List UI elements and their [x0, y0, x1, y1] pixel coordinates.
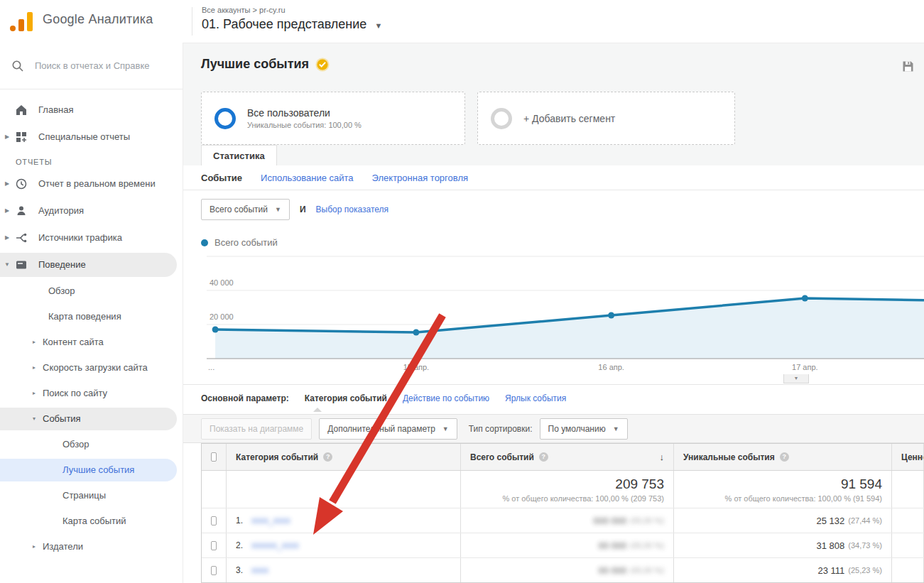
sidebar-item-events-flow[interactable]: Карта событий	[0, 510, 183, 533]
redacted-total-pct: (00,00 %)	[630, 516, 664, 525]
search-bar	[0, 43, 183, 89]
secondary-dimension-dropdown[interactable]: Дополнительный параметр ▼	[319, 418, 457, 440]
dimension-event-action[interactable]: Действие по событию	[403, 393, 489, 403]
sidebar-item-behavior-overview[interactable]: Обзор	[0, 280, 183, 303]
behavior-icon	[14, 258, 28, 271]
sidebar-nav: Главная ▶ Специальные отчеты ОТЧЕТЫ ▶	[0, 89, 183, 558]
subtab-event[interactable]: Событие	[201, 173, 242, 183]
svg-text:20 000: 20 000	[210, 312, 234, 321]
events-line-chart[interactable]: 20 00040 00060 000...15 апр.16 апр.17 ап…	[207, 252, 924, 373]
search-input[interactable]	[35, 60, 166, 71]
dimension-event-label[interactable]: Ярлык события	[505, 393, 566, 403]
sidebar-item-site-search[interactable]: ▸ Поиск по сайту	[0, 382, 183, 405]
sidebar-item-behavior[interactable]: ▼ Поведение	[0, 253, 177, 277]
main-content: Лучшие события Все пользователи Уникальн…	[183, 43, 924, 583]
segment-ring-icon	[214, 108, 236, 129]
select-all-checkbox[interactable]	[211, 452, 217, 462]
axis-granularity-toggle[interactable]: ▼	[783, 374, 809, 383]
sidebar-item-events[interactable]: ▾ События	[0, 408, 177, 430]
search-icon	[11, 60, 24, 72]
sidebar-item-realtime[interactable]: ▶ Отчет в реальном времени	[0, 172, 183, 196]
column-header-total-events[interactable]: Всего событий ? ↓	[461, 444, 674, 470]
events-table: Категория событий ? Всего событий ? ↓ Ун…	[201, 443, 924, 583]
report-header-band: Лучшие события Все пользователи Уникальн…	[183, 43, 924, 165]
dimension-event-category[interactable]: Категория событий	[305, 393, 387, 403]
chevron-down-icon: ▼	[374, 21, 382, 30]
chevron-right-icon: ▸	[33, 541, 43, 552]
sidebar-item-pages[interactable]: Страницы	[0, 484, 183, 507]
column-header-unique-events[interactable]: Уникальные события ?	[674, 444, 892, 470]
sort-type-dropdown[interactable]: По умолчанию ▼	[540, 418, 628, 440]
breadcrumb[interactable]: Все аккаунты > pr-cy.ru	[202, 6, 286, 14]
svg-text:15 апр.: 15 апр.	[403, 363, 430, 371]
sidebar-item-home[interactable]: Главная	[0, 98, 183, 122]
unique-events-pct: (34,73 %)	[848, 541, 882, 550]
summary-unique-events: 91 594 % от общего количества: 100,00 % …	[674, 471, 892, 508]
add-segment-card[interactable]: + Добавить сегмент	[477, 92, 735, 145]
home-icon	[14, 104, 28, 116]
help-icon[interactable]: ?	[780, 452, 789, 462]
redacted-total-value: 00 000	[599, 540, 627, 551]
redacted-category-link[interactable]: xxxx_xxxx	[251, 516, 290, 525]
chevron-down-icon: ▼	[442, 425, 449, 432]
chevron-down-icon: ▼	[275, 206, 281, 213]
sidebar-item-site-speed[interactable]: ▸ Скорость загрузки сайта	[0, 356, 183, 379]
redacted-category-link[interactable]: xxxxxx_xxxx	[251, 540, 299, 550]
metric-selector-row: Всего событий ▼ И Выбор показателя	[201, 199, 388, 220]
summary-total-events: 209 753 % от общего количества: 100,00 %…	[461, 471, 674, 508]
chart-bottom-separator	[183, 384, 924, 385]
redacted-total-pct: (00,00 %)	[630, 541, 664, 550]
clock-icon	[14, 178, 28, 190]
row-checkbox[interactable]	[211, 541, 217, 550]
sidebar-section-reports: ОТЧЕТЫ	[0, 152, 183, 170]
svg-text:60 000: 60 000	[210, 252, 234, 253]
segment-ring-empty-icon	[491, 108, 512, 129]
logo-bar-mid	[18, 19, 24, 31]
plot-rows-button: Показать на диаграмме	[201, 418, 312, 440]
redacted-total-value: 000 000	[593, 516, 626, 526]
sidebar-item-site-content[interactable]: ▸ Контент сайта	[0, 331, 183, 354]
view-title: 01. Рабочее представление	[202, 17, 366, 31]
unique-events-pct: (27,44 %)	[848, 516, 882, 525]
row-checkbox[interactable]	[211, 516, 217, 525]
svg-text:...: ...	[208, 363, 214, 371]
primary-dimension-label: Основной параметр:	[201, 393, 289, 403]
tab-explorer[interactable]: Статистика	[201, 145, 277, 165]
customization-icon	[14, 131, 28, 143]
sidebar-item-customization[interactable]: ▶ Специальные отчеты	[0, 125, 183, 149]
segment-title: Все пользователи	[247, 107, 362, 119]
help-icon[interactable]: ?	[323, 452, 332, 462]
google-analytics-logo-icon[interactable]	[10, 10, 33, 31]
person-icon	[14, 205, 28, 217]
save-icon[interactable]	[902, 60, 914, 72]
chevron-right-icon: ▶	[0, 131, 14, 143]
table-row: 3. xxxx 00 000 (00,00 %) 23 111 (25,23 %…	[202, 557, 924, 582]
chevron-right-icon: ▸	[33, 388, 43, 399]
column-header-event-value[interactable]: Ценност	[892, 444, 924, 470]
svg-text:17 апр.: 17 апр.	[792, 363, 818, 371]
sidebar-item-publishers[interactable]: ▸ Издатели	[0, 535, 183, 558]
redacted-category-link[interactable]: xxxx	[251, 565, 268, 575]
metric-dropdown[interactable]: Всего событий ▼	[201, 199, 290, 220]
sidebar-item-events-overview[interactable]: Обзор	[0, 433, 183, 456]
help-icon[interactable]: ?	[539, 452, 548, 462]
unique-events-pct: (25,23 %)	[848, 566, 882, 574]
column-header-category[interactable]: Категория событий ?	[227, 444, 461, 470]
select-metric-link[interactable]: Выбор показателя	[316, 205, 388, 214]
redacted-total-pct: (00,00 %)	[630, 566, 664, 574]
view-selector[interactable]: 01. Рабочее представление ▼	[202, 17, 382, 32]
sidebar-item-acquisition[interactable]: ▶ Источники трафика	[0, 226, 183, 250]
row-checkbox[interactable]	[211, 566, 217, 575]
logo-bar-dot	[10, 26, 16, 31]
subtab-site-usage[interactable]: Использование сайта	[261, 173, 354, 183]
top-bar: Google Аналитика Все аккаунты > pr-cy.ru…	[0, 0, 924, 43]
chevron-down-icon: ▼	[613, 425, 619, 432]
subtab-ecommerce[interactable]: Электронная торговля	[372, 173, 468, 183]
header-divider	[192, 7, 192, 36]
segment-card-all-users[interactable]: Все пользователи Уникальные события: 100…	[201, 92, 465, 145]
sidebar-item-top-events[interactable]: Лучшие события	[0, 459, 177, 481]
chevron-right-icon: ▶	[0, 178, 14, 190]
sidebar-item-behavior-flow[interactable]: Карта поведения	[0, 305, 183, 328]
sidebar-item-audience[interactable]: ▶ Аудитория	[0, 199, 183, 223]
google-analytics-app: Google Аналитика Все аккаунты > pr-cy.ru…	[0, 0, 924, 583]
